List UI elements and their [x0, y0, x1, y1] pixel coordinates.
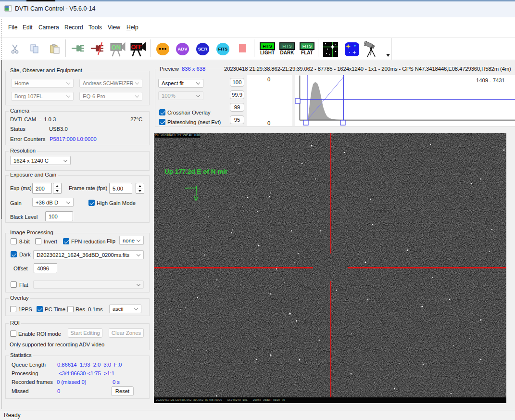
svg-text:ON: ON	[112, 44, 121, 51]
svg-text:OFF: OFF	[131, 44, 142, 51]
